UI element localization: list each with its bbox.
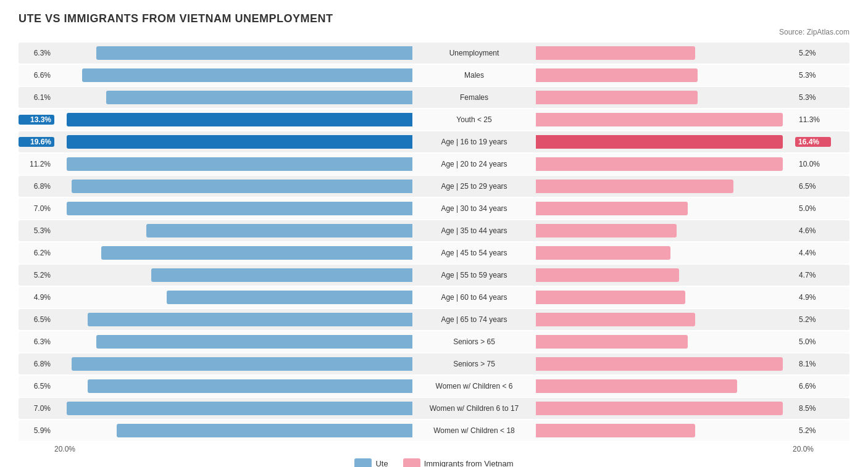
axis-left: 20.0% [54,445,75,453]
right-bar [536,113,783,126]
left-bar [67,202,412,215]
left-bar-container [54,402,412,415]
source-label: Source: ZipAtlas.com [19,28,849,36]
right-bar [536,91,698,104]
left-value: 5.9% [19,426,54,435]
right-bar-container [536,313,795,326]
vietnam-swatch [403,458,420,467]
right-value: 5.0% [795,337,831,346]
right-value: 10.0% [795,160,831,168]
right-bar [536,202,688,215]
chart-row: 6.8% Seniors > 75 8.1% [19,353,849,374]
right-bar [536,424,695,437]
right-bar [536,313,695,326]
row-label: Females [412,93,536,102]
legend-vietnam: Immigrants from Vietnam [403,458,514,467]
right-bar [536,402,783,415]
left-bar [96,335,412,349]
left-bar-container [54,379,412,393]
left-value: 6.3% [19,49,54,57]
row-label: Age | 20 to 24 years [412,160,536,168]
row-label: Age | 35 to 44 years [412,226,536,235]
row-label: Seniors > 65 [412,337,536,346]
left-bar-container [54,202,412,215]
left-bar [151,268,412,282]
chart-container: 6.3% Unemployment 5.2% 6.6% Males 5.3% 6… [19,43,849,467]
left-bar [167,291,412,304]
axis-row: 20.0% 20.0% [19,445,849,453]
vietnam-label: Immigrants from Vietnam [424,459,514,468]
right-bar [536,291,685,304]
right-bar-container [536,357,795,371]
row-label: Women w/ Children 6 to 17 [412,404,536,413]
right-bar-container [536,91,795,104]
left-bar [106,91,412,104]
right-value: 8.5% [795,404,831,413]
chart-row: 6.5% Age | 65 to 74 years 5.2% [19,309,849,330]
right-bar [536,246,670,260]
ute-swatch [354,458,372,467]
left-value: 6.6% [19,71,54,80]
axis-right: 20.0% [793,445,814,453]
right-bar-container [536,379,795,393]
row-label: Age | 65 to 74 years [412,315,536,324]
left-bar [101,246,412,260]
left-bar-container [54,224,412,238]
left-bar-container [54,335,412,349]
left-bar [67,135,412,149]
chart-row: 6.6% Males 5.3% [19,65,849,86]
right-value: 5.2% [795,315,831,324]
left-value: 19.6% [19,137,54,147]
right-bar [536,268,679,282]
left-bar [117,424,412,437]
left-bar-container [54,91,412,104]
left-value: 6.8% [19,360,54,368]
left-value: 7.0% [19,404,54,413]
chart-row: 5.3% Age | 35 to 44 years 4.6% [19,220,849,241]
right-bar-container [536,135,795,149]
row-label: Women w/ Children < 18 [412,426,536,435]
left-value: 11.2% [19,160,54,168]
right-bar-container [536,291,795,304]
right-bar [536,68,698,82]
chart-row: 6.8% Age | 25 to 29 years 6.5% [19,176,849,197]
right-bar [536,157,783,171]
chart-row: 7.0% Age | 30 to 34 years 5.0% [19,198,849,219]
chart-row: 7.0% Women w/ Children 6 to 17 8.5% [19,398,849,419]
right-bar-container [536,202,795,215]
left-value: 5.3% [19,226,54,235]
right-bar-container [536,68,795,82]
chart-row: 13.3% Youth < 25 11.3% [19,109,849,130]
legend: Ute Immigrants from Vietnam [19,458,849,467]
left-bar [72,180,412,193]
left-bar-container [54,157,412,171]
left-bar [67,113,412,126]
right-bar [536,135,783,149]
right-bar [536,224,677,238]
left-bar-container [54,180,412,193]
right-bar [536,335,688,349]
chart-title: UTE VS IMMIGRANTS FROM VIETNAM UNEMPLOYM… [19,12,849,25]
left-value: 5.2% [19,271,54,279]
right-value: 5.2% [795,49,831,57]
chart-row: 6.3% Unemployment 5.2% [19,43,849,64]
left-bar-container [54,68,412,82]
chart-row: 4.9% Age | 60 to 64 years 4.9% [19,287,849,308]
left-bar [146,224,412,238]
left-bar [82,68,412,82]
right-bar-container [536,268,795,282]
left-bar-container [54,268,412,282]
left-value: 6.8% [19,182,54,191]
right-bar-container [536,335,795,349]
left-bar-container [54,246,412,260]
right-value: 4.4% [795,249,831,257]
row-label: Women w/ Children < 6 [412,382,536,391]
row-label: Youth < 25 [412,115,536,124]
row-label: Age | 45 to 54 years [412,249,536,257]
left-bar [67,157,412,171]
row-label: Age | 16 to 19 years [412,138,536,146]
right-value: 8.1% [795,360,831,368]
legend-ute: Ute [354,458,388,467]
right-value: 4.7% [795,271,831,279]
right-bar [536,180,733,193]
